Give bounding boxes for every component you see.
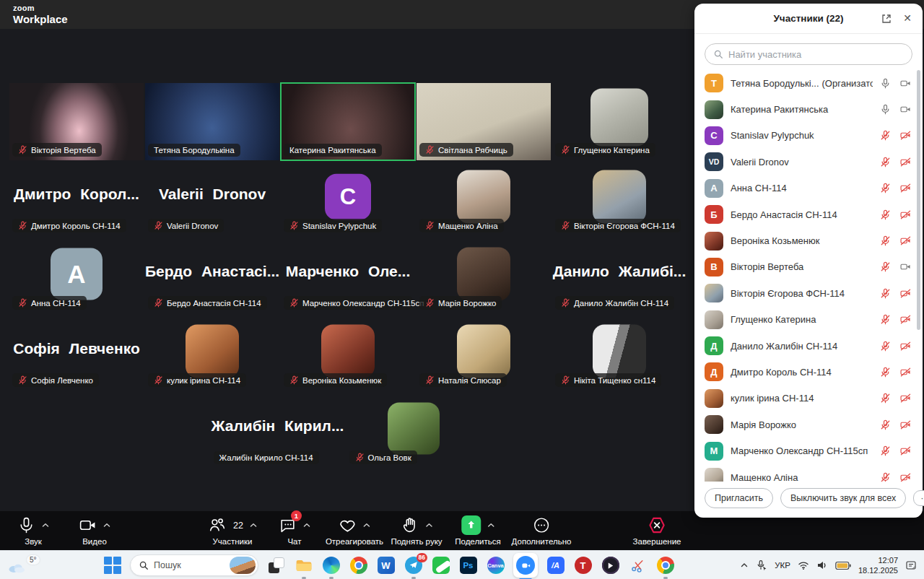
video-tile[interactable]: Марченко Оле...Марченко Олександр СН-115… bbox=[281, 240, 415, 316]
toolbar-chat-button[interactable]: 1Чат bbox=[279, 515, 310, 546]
mute-all-button[interactable]: Выключить звук для всех bbox=[780, 488, 906, 508]
toolbar-hand-button[interactable]: Поднять руку bbox=[391, 515, 442, 546]
toolbar-button-label: Поднять руку bbox=[391, 537, 442, 546]
toolbar-react-button[interactable]: Отреагировать bbox=[326, 515, 383, 546]
toolbar-more-button[interactable]: Дополнительно bbox=[512, 515, 572, 546]
taskbar-search[interactable]: Пошук bbox=[130, 554, 258, 576]
video-tile[interactable]: Вікторія Єгорова ФСН-114 bbox=[552, 163, 687, 239]
participant-row[interactable]: Марія Ворожко bbox=[694, 412, 923, 437]
notification-center-icon[interactable] bbox=[905, 560, 917, 571]
video-tile[interactable]: Вероніка Козьменюк bbox=[281, 318, 415, 393]
zoom-app-button-active[interactable] bbox=[513, 553, 538, 578]
video-tile[interactable]: Ольга Вовк bbox=[346, 395, 481, 471]
video-tile[interactable]: Світлана Рябчиць bbox=[417, 83, 551, 160]
participant-name-text: Данило Жалибін СН-114 bbox=[574, 299, 668, 308]
telegram-button[interactable]: 86 bbox=[404, 556, 423, 575]
video-tile[interactable]: Марія Ворожко bbox=[417, 240, 551, 316]
participant-row[interactable]: Глущенко Катерина bbox=[694, 307, 923, 333]
video-tile[interactable]: ААнна СН-114 bbox=[9, 240, 144, 316]
video-tile[interactable]: Valerii DronovValerii Dronov bbox=[145, 163, 279, 239]
edge-button[interactable] bbox=[321, 556, 341, 575]
muted-mic-icon bbox=[289, 375, 299, 385]
language-indicator[interactable]: УКР bbox=[775, 561, 790, 570]
participant-row[interactable]: Вікторія Єгорова ФСН-114 bbox=[694, 280, 923, 306]
participant-search-input[interactable] bbox=[728, 49, 904, 60]
participant-row[interactable]: кулик ірина СН-114 bbox=[694, 386, 923, 412]
video-tile[interactable]: Данило Жалибі...Данило Жалибін СН-114 bbox=[552, 240, 687, 316]
panel-scrollbar[interactable] bbox=[917, 70, 920, 330]
file-explorer-button[interactable] bbox=[294, 556, 313, 575]
participant-row[interactable]: ВВікторія Вертеба bbox=[694, 254, 923, 280]
video-tile[interactable]: кулик ірина СН-114 bbox=[145, 318, 279, 393]
taskbar-clock[interactable]: 12:07 18.12.2025 bbox=[858, 555, 898, 576]
chevron-up-icon bbox=[487, 523, 494, 528]
mic-in-use-icon[interactable] bbox=[756, 560, 767, 571]
video-tile[interactable]: CStanislav Pylypchuk bbox=[281, 163, 415, 239]
participant-row[interactable]: Вероніка Козьменюк bbox=[694, 227, 923, 253]
start-button[interactable] bbox=[103, 556, 122, 575]
toolbar-camera-button[interactable]: Видео bbox=[79, 515, 110, 546]
logo-zoom-text: zoom bbox=[13, 4, 68, 13]
participant-row[interactable]: ТТетяна Бородулькі...(Организатор, я) bbox=[694, 70, 923, 96]
participant-row[interactable]: Катерина Ракитянська bbox=[694, 96, 923, 122]
toolbar-people-button[interactable]: 22Участники bbox=[208, 515, 257, 546]
panel-more-button[interactable]: ··· bbox=[913, 490, 924, 505]
t-app-button[interactable]: T bbox=[573, 556, 593, 575]
participant-row[interactable]: Мащенко Аліна bbox=[694, 464, 923, 482]
snipping-tool-button[interactable] bbox=[628, 556, 648, 575]
video-tile[interactable]: Наталія Слюсар bbox=[417, 318, 551, 393]
toolbar-end-button[interactable]: Завершение bbox=[633, 515, 681, 546]
participant-row[interactable]: ДДмитро Король СН-114 bbox=[694, 359, 923, 385]
invite-button[interactable]: Пригласить bbox=[705, 488, 773, 508]
green-app-button[interactable] bbox=[431, 556, 450, 575]
toolbar-share-button[interactable]: Поделиться bbox=[455, 515, 501, 546]
participant-list-name: Мащенко Аліна bbox=[731, 472, 873, 482]
close-panel-icon[interactable]: ✕ bbox=[903, 12, 912, 24]
popout-panel-icon[interactable] bbox=[881, 13, 892, 25]
participants-list: ТТетяна Бородулькі...(Организатор, я)Кат… bbox=[694, 68, 923, 482]
canva-button[interactable]: Canva bbox=[486, 556, 505, 575]
video-tile[interactable]: Дмитро Корол...Дмитро Король СН-114 bbox=[9, 163, 144, 239]
video-tile[interactable]: Глущенко Катерина bbox=[552, 83, 687, 160]
participant-av-status bbox=[880, 235, 911, 246]
toolbar-mic-button[interactable]: Звук bbox=[17, 515, 49, 546]
participant-row[interactable]: ММарченко Олександр СН-115сп bbox=[694, 437, 923, 463]
video-tile[interactable]: Вікторія Вертеба bbox=[9, 83, 144, 160]
word-button[interactable]: W bbox=[376, 556, 396, 575]
participant-list-name: Тетяна Бородулькі...(Организатор, я) bbox=[731, 78, 873, 89]
participant-name-text: Дмитро Король СН-114 bbox=[31, 222, 121, 230]
participant-av-status bbox=[880, 130, 911, 141]
video-gallery-grid: Вікторія ВертебаТетяна БородулькінаКатер… bbox=[9, 83, 681, 472]
search-icon bbox=[713, 49, 723, 59]
participant-search-box[interactable] bbox=[705, 43, 912, 65]
speaker-icon[interactable] bbox=[816, 560, 828, 571]
task-view-button[interactable] bbox=[266, 556, 286, 575]
chrome-button[interactable] bbox=[349, 556, 368, 575]
video-tile[interactable]: Жалибін Кирил...Жалибін Кирило СН-114 bbox=[211, 395, 345, 471]
participant-name-text: Бердо Анастасія СН-114 bbox=[167, 299, 261, 308]
wifi-icon[interactable] bbox=[798, 560, 809, 571]
video-tile[interactable]: Мащенко Аліна bbox=[417, 163, 551, 239]
participant-list-avatar bbox=[705, 284, 723, 302]
toolbar-button-label: Поделиться bbox=[455, 537, 501, 546]
participant-row[interactable]: CStanislav Pylypchuk bbox=[694, 123, 923, 149]
taskbar-weather-widget[interactable]: 5° bbox=[7, 555, 40, 574]
tray-chevron-up-icon[interactable] bbox=[740, 561, 749, 570]
video-tile[interactable]: Софія ЛевченкоСофія Левченко bbox=[9, 318, 144, 393]
participant-name-label: кулик ірина СН-114 bbox=[148, 373, 246, 387]
photoshop-button[interactable]: Ps bbox=[458, 556, 478, 575]
video-tile[interactable]: Тетяна Бородулькіна bbox=[145, 83, 279, 160]
video-tile[interactable]: Бердо Анастасі...Бердо Анастасія СН-114 bbox=[145, 240, 279, 316]
chrome-2-button[interactable] bbox=[655, 556, 675, 575]
participant-row[interactable]: ДДанило Жалибін СН-114 bbox=[694, 333, 923, 359]
a-slash-app-button[interactable]: /A bbox=[546, 556, 565, 575]
participant-name-text: Тетяна Бородулькіна bbox=[154, 146, 235, 154]
video-tile[interactable]: Нікіта Тищенко сн114 bbox=[552, 318, 687, 393]
participant-row[interactable]: ББердо Анастасія СН-114 bbox=[694, 201, 923, 227]
battery-icon[interactable] bbox=[835, 561, 851, 570]
media-player-button[interactable] bbox=[601, 556, 620, 575]
toolbar-button-label: Чат bbox=[287, 537, 301, 546]
participant-row[interactable]: ААнна СН-114 bbox=[694, 175, 923, 201]
video-tile[interactable]: Катерина Ракитянська bbox=[281, 83, 415, 160]
participant-row[interactable]: VDValerii Dronov bbox=[694, 149, 923, 175]
